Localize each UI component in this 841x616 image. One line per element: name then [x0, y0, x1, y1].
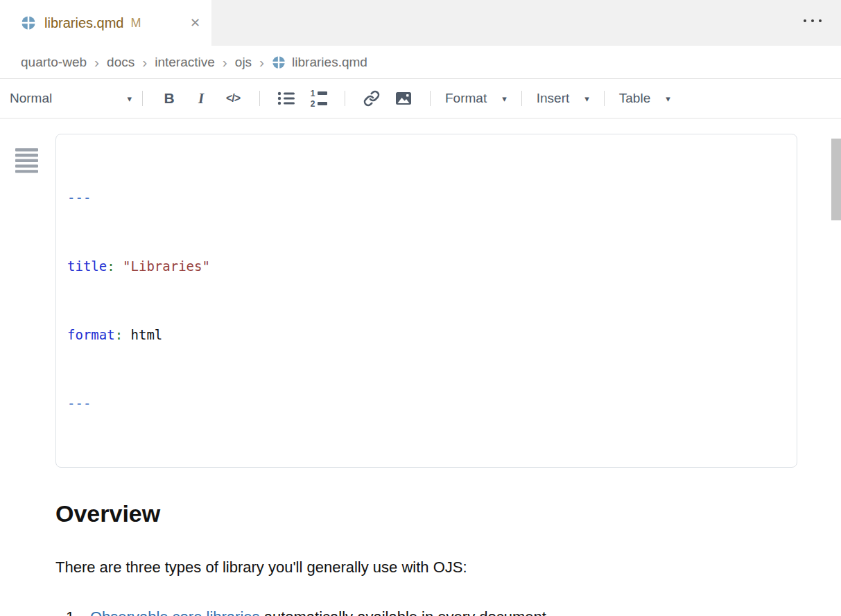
list-item-text: Observable core libraries automatically … — [90, 608, 550, 616]
bullet-list-button[interactable] — [270, 91, 302, 106]
chevron-right-icon: › — [94, 54, 99, 71]
insert-menu-label: Insert — [537, 91, 570, 106]
breadcrumb-file-label: libraries.qmd — [292, 55, 367, 70]
table-menu-label: Table — [619, 91, 650, 106]
code-button[interactable]: </> — [217, 92, 249, 105]
breadcrumb-item-ojs[interactable]: ojs — [235, 55, 252, 70]
paragraph-style-value: Normal — [10, 91, 52, 106]
toolbar-divider — [142, 91, 143, 106]
italic-button[interactable]: I — [185, 90, 217, 107]
table-menu[interactable]: Table ▾ — [615, 91, 675, 106]
toolbar-divider — [430, 91, 431, 106]
quarto-file-icon — [21, 15, 36, 30]
yaml-line: title: "Libraries" — [67, 255, 786, 278]
chevron-down-icon: ▾ — [127, 94, 132, 104]
breadcrumb-item-interactive[interactable]: interactive — [155, 55, 215, 70]
editor-toolbar: Normal ▾ B I </> 1 2 Format — [0, 79, 841, 118]
breadcrumb-item-docs[interactable]: docs — [107, 55, 135, 70]
vertical-scrollbar-thumb[interactable] — [831, 139, 841, 220]
chevron-down-icon: ▾ — [666, 94, 670, 104]
link-icon — [363, 90, 380, 107]
chevron-right-icon: › — [259, 54, 264, 71]
list-item: 1. Observable core libraries automatical… — [55, 608, 841, 616]
inline-link[interactable]: Observable core libraries — [90, 608, 260, 616]
numbered-list-icon: 1 2 — [310, 89, 327, 108]
bold-button[interactable]: B — [153, 90, 185, 107]
toolbar-divider — [521, 91, 522, 106]
breadcrumb-item-quarto-web[interactable]: quarto-web — [21, 55, 87, 70]
insert-menu[interactable]: Insert ▾ — [532, 91, 593, 106]
quarto-file-icon — [272, 55, 286, 69]
editor-surface[interactable]: --- title: "Libraries" format: html --- … — [0, 134, 841, 616]
numbered-list-button[interactable]: 1 2 — [302, 89, 334, 108]
close-tab-icon[interactable]: ✕ — [190, 17, 200, 29]
tab-bar: libraries.qmd M ✕ — [0, 0, 841, 46]
yaml-front-matter-block[interactable]: --- title: "Libraries" format: html --- — [55, 134, 797, 468]
link-button[interactable] — [356, 90, 388, 107]
image-button[interactable] — [388, 90, 419, 107]
toolbar-divider — [345, 91, 345, 106]
yaml-line: format: html — [67, 324, 786, 346]
chevron-down-icon: ▾ — [584, 94, 589, 104]
section-heading: Overview — [55, 498, 841, 529]
bullet-list-icon — [277, 91, 295, 106]
chevron-right-icon: › — [142, 54, 147, 71]
tab-libraries-qmd[interactable]: libraries.qmd M ✕ — [0, 0, 211, 46]
paragraph-style-select[interactable]: Normal ▾ — [10, 91, 132, 106]
intro-paragraph: There are three types of library you'll … — [55, 558, 841, 577]
document-body: --- title: "Libraries" format: html --- … — [0, 134, 841, 616]
more-actions-icon[interactable] — [804, 19, 822, 22]
toolbar-divider — [259, 91, 260, 106]
git-modified-badge: M — [130, 16, 141, 30]
format-menu-label: Format — [445, 91, 487, 106]
tab-filename: libraries.qmd — [44, 15, 123, 31]
toolbar-divider — [604, 91, 605, 106]
ordered-list: 1. Observable core libraries automatical… — [55, 608, 841, 616]
block-drag-handle-icon[interactable] — [15, 148, 38, 173]
chevron-down-icon: ▾ — [502, 94, 507, 104]
list-item-number: 1. — [66, 608, 90, 616]
image-icon — [395, 90, 413, 107]
format-menu[interactable]: Format ▾ — [441, 91, 511, 106]
yaml-line: --- — [67, 392, 786, 415]
yaml-line: --- — [67, 186, 786, 209]
breadcrumb: quarto-web › docs › interactive › ojs › … — [0, 46, 841, 79]
breadcrumb-item-file[interactable]: libraries.qmd — [272, 55, 367, 70]
chevron-right-icon: › — [223, 54, 227, 71]
